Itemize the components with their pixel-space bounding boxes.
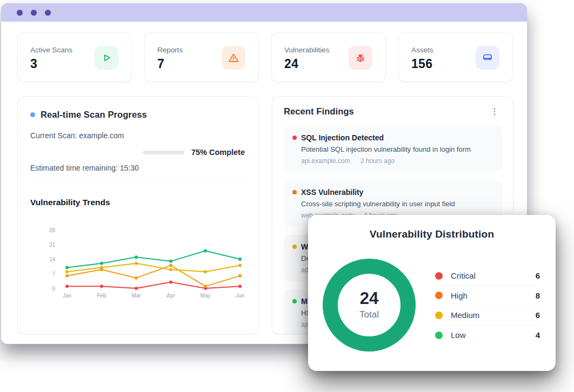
donut-total-label: Total — [359, 309, 379, 320]
panel-title: Real-time Scan Progress — [41, 110, 147, 120]
findings-header: Recent Findings ⋮ — [284, 106, 502, 117]
progress-label: 75% Complete — [191, 148, 245, 157]
stat-card-active-scans[interactable]: Active Scans 3 — [17, 32, 132, 82]
legend-label: High — [451, 291, 528, 300]
bug-icon — [349, 46, 372, 70]
finding-host: api.example.com — [301, 157, 350, 165]
server-icon — [476, 46, 499, 70]
divider — [30, 183, 245, 183]
svg-text:0: 0 — [52, 286, 55, 292]
legend-label: Low — [451, 330, 528, 340]
vulnerability-distribution-modal: Vulnerability Distribution 24 Total Crit… — [308, 215, 556, 371]
severity-dot — [292, 299, 297, 303]
severity-legend: Critical 6 High 8 Medium 6 Low 4 — [435, 266, 540, 345]
svg-text:Jun: Jun — [236, 293, 244, 299]
live-status-dot — [30, 112, 35, 117]
window-titlebar — [1, 3, 527, 22]
donut-total-value: 24 — [360, 290, 378, 308]
legend-row-medium: Medium 6 — [435, 306, 540, 326]
svg-text:28: 28 — [49, 227, 56, 233]
legend-dot — [435, 312, 443, 319]
legend-dot — [435, 272, 443, 280]
play-icon — [95, 46, 118, 70]
finding-title: SQL Injection Detected — [301, 133, 495, 142]
legend-row-low: Low 4 — [435, 326, 540, 346]
trends-chart-wrap: 07142128JanFebMarAprMayJun — [30, 221, 245, 306]
window-control-dot[interactable] — [31, 10, 37, 16]
stats-row: Active Scans 3 Reports 7 — [17, 32, 527, 82]
page: Active Scans 3 Reports 7 — [0, 0, 574, 392]
window-control-dot[interactable] — [45, 10, 51, 16]
legend-value: 6 — [536, 310, 540, 320]
eta-text: Estimated time remaining: 15:30 — [30, 164, 245, 172]
severity-dot — [292, 136, 297, 140]
stat-card-vulnerabilities[interactable]: Vulnerabilities 24 — [271, 32, 386, 82]
progress-row: 75% Complete — [30, 148, 245, 157]
legend-value: 8 — [536, 291, 540, 300]
svg-text:14: 14 — [49, 256, 56, 262]
window-control-dot[interactable] — [17, 10, 23, 16]
kebab-menu-icon[interactable]: ⋮ — [487, 106, 502, 117]
finding-item[interactable]: SQL Injection Detected Potential SQL inj… — [284, 126, 502, 172]
finding-time: 2 hours ago — [361, 157, 395, 165]
modal-title: Vulnerability Distribution — [308, 228, 556, 240]
severity-dot — [292, 190, 297, 194]
legend-row-critical: Critical 6 — [435, 266, 540, 286]
legend-label: Critical — [451, 271, 528, 280]
svg-text:May: May — [201, 293, 211, 299]
svg-text:Feb: Feb — [97, 293, 106, 299]
finding-title: XSS Vulnerability — [301, 188, 495, 197]
trends-title: Vulnerability Trends — [30, 198, 245, 207]
donut-ring: 24 Total — [323, 259, 416, 352]
finding-description: Potential SQL injection vulnerability fo… — [301, 145, 495, 153]
svg-text:7: 7 — [52, 271, 55, 277]
current-scan-text: Current Scan: example.com — [30, 131, 245, 140]
scan-panel-header: Real-time Scan Progress — [30, 110, 245, 120]
legend-value: 6 — [536, 271, 540, 280]
finding-meta: api.example.com 2 hours ago — [301, 157, 495, 165]
trends-chart: 07142128JanFebMarAprMayJun — [30, 221, 246, 303]
legend-value: 4 — [536, 330, 540, 340]
legend-label: Medium — [451, 310, 528, 320]
legend-dot — [435, 332, 443, 339]
panel-title: Recent Findings — [284, 106, 354, 117]
svg-text:Jan: Jan — [63, 293, 71, 299]
svg-text:21: 21 — [49, 242, 56, 248]
finding-description: Cross-site scripting vulnerability in us… — [301, 200, 495, 208]
stat-card-assets[interactable]: Assets 156 — [398, 32, 513, 82]
svg-text:Apr: Apr — [166, 293, 175, 299]
svg-text:Mar: Mar — [131, 293, 141, 299]
stat-card-reports[interactable]: Reports 7 — [144, 32, 259, 82]
legend-dot — [435, 292, 443, 299]
warning-triangle-icon — [222, 46, 245, 70]
legend-row-high: High 8 — [435, 286, 540, 306]
scan-progress-panel: Real-time Scan Progress Current Scan: ex… — [17, 96, 259, 334]
progress-bar — [143, 151, 184, 154]
severity-dot — [292, 245, 297, 249]
